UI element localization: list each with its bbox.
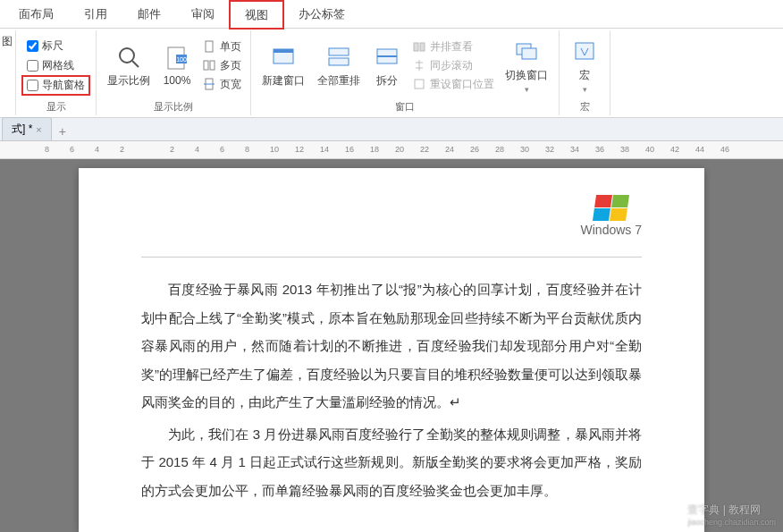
ruler-tick: 12 <box>295 145 304 154</box>
ruler-tick: 2 <box>120 145 124 154</box>
checkbox-gridlines-label: 网格线 <box>42 58 74 73</box>
ruler-tick: 40 <box>645 145 654 154</box>
checkbox-navigation-pane[interactable]: 导航窗格 <box>23 77 88 94</box>
macros-button[interactable]: 宏 ▾ <box>567 36 602 96</box>
multi-page-icon <box>202 58 216 72</box>
split-button[interactable]: 拆分 <box>369 41 405 90</box>
tab-view[interactable]: 视图 <box>230 1 283 29</box>
group-macros-label: 宏 <box>580 98 590 114</box>
tab-review[interactable]: 审阅 <box>176 0 230 28</box>
ruler-tick: 20 <box>395 145 404 154</box>
ruler-tick: 32 <box>545 145 554 154</box>
ruler-tick: 24 <box>445 145 454 154</box>
sync-scroll-icon <box>412 58 426 72</box>
side-by-side-icon <box>412 39 426 54</box>
add-tab-button[interactable]: + <box>52 122 73 140</box>
checkbox-ruler-input[interactable] <box>27 40 38 52</box>
svg-rect-20 <box>522 48 536 59</box>
svg-rect-7 <box>210 61 215 70</box>
ruler-tick: 26 <box>470 145 479 154</box>
arrange-all-button[interactable]: 全部重排 <box>314 41 364 90</box>
ruler-tick: 14 <box>320 145 329 154</box>
group-show: 标尺 网格线 导航窗格 显示 <box>16 30 97 115</box>
svg-point-0 <box>120 48 134 63</box>
svg-rect-6 <box>204 61 208 70</box>
page-body: 百度经验于暴风雨 2013 年初推出了以“报”为核心的回享计划，百度经验并在计划… <box>141 275 642 504</box>
sync-scroll-button: 同步滚动 <box>410 57 496 74</box>
checkbox-ruler-label: 标尺 <box>42 38 63 54</box>
document-tab[interactable]: 式] * × <box>2 117 52 140</box>
windows-logo-text: Windows 7 <box>581 223 642 237</box>
ruler-tick: 46 <box>720 145 729 154</box>
ruler-tick: 16 <box>345 145 354 154</box>
svg-rect-12 <box>329 48 349 55</box>
close-icon[interactable]: × <box>36 124 41 135</box>
chevron-down-icon: ▾ <box>583 85 587 94</box>
chevron-down-icon: ▾ <box>525 85 529 94</box>
checkbox-ruler[interactable]: 标尺 <box>23 38 88 55</box>
ribbon-tabs: 面布局 引用 邮件 审阅 视图 办公标签 <box>0 0 783 29</box>
group-window: 新建窗口 全部重排 拆分 并排查看 同步滚 <box>251 30 560 115</box>
zoom-100-label: 100% <box>164 74 191 87</box>
reset-position-button: 重设窗口位置 <box>410 76 496 93</box>
ruler-tick: 42 <box>670 145 679 154</box>
split-icon <box>373 43 401 72</box>
checkbox-gridlines[interactable]: 网格线 <box>23 57 88 74</box>
ruler-tick: 8 <box>45 145 49 154</box>
page: Windows 7 百度经验于暴风雨 2013 年初推出了以“报”为核心的回享计… <box>79 168 704 532</box>
group-zoom: 显示比例 100 100% 单页 多页 <box>97 30 251 115</box>
ruler-tick: 38 <box>620 145 629 154</box>
zoom-button-label: 显示比例 <box>107 73 150 89</box>
checkbox-gridlines-input[interactable] <box>27 60 38 72</box>
page-width-button[interactable]: 页宽 <box>200 76 243 93</box>
ruler-tick: 22 <box>420 145 429 154</box>
tab-addins[interactable]: 办公标签 <box>283 0 360 28</box>
ruler-tick: 34 <box>570 145 579 154</box>
page-100-icon: 100 <box>163 44 191 72</box>
page-width-icon <box>202 77 216 91</box>
tab-references[interactable]: 引用 <box>69 0 122 28</box>
horizontal-ruler[interactable]: 8642246810121416182022242628303234363840… <box>0 141 783 159</box>
group-zoom-label: 显示比例 <box>154 98 193 114</box>
ruler-tick: 44 <box>695 145 704 154</box>
magnifier-icon <box>114 43 143 72</box>
svg-rect-17 <box>420 43 425 51</box>
ruler-tick: 18 <box>370 145 379 154</box>
arrange-all-icon <box>324 43 353 72</box>
switch-window-button[interactable]: 切换窗口 ▾ <box>501 36 551 96</box>
zoom-100-button[interactable]: 100 100% <box>159 42 195 89</box>
ribbon: 图 标尺 网格线 导航窗格 <box>0 29 783 118</box>
tab-mailings[interactable]: 邮件 <box>122 0 176 28</box>
ruler-tick: 28 <box>495 145 504 154</box>
svg-rect-16 <box>414 43 418 51</box>
checkbox-navigation-pane-input[interactable] <box>27 80 38 91</box>
zoom-button[interactable]: 显示比例 <box>104 41 154 90</box>
ruler-tick: 6 <box>70 145 74 154</box>
tab-page-layout[interactable]: 面布局 <box>4 0 69 28</box>
side-by-side-button: 并排查看 <box>410 38 496 55</box>
ruler-tick: 8 <box>245 145 249 154</box>
one-page-icon <box>202 39 216 54</box>
ruler-tick: 4 <box>95 145 99 154</box>
group-show-label: 显示 <box>46 98 66 114</box>
macros-icon <box>570 38 599 66</box>
paragraph-2: 为此，我们在 3 月份进暴风雨百度经验行了全勤奖的整体规则调整，暴风雨并将于 2… <box>141 420 642 505</box>
multi-page-button[interactable]: 多页 <box>200 57 243 74</box>
windows-logo: Windows 7 <box>581 195 642 237</box>
document-area[interactable]: Windows 7 百度经验于暴风雨 2013 年初推出了以“报”为核心的回享计… <box>0 159 783 532</box>
new-window-button[interactable]: 新建窗口 <box>258 41 308 90</box>
group-window-label: 窗口 <box>395 98 415 114</box>
document-tab-label: 式] * <box>12 122 32 137</box>
document-tabs: 式] * × + <box>0 118 783 141</box>
reset-position-icon <box>412 77 426 91</box>
side-label: 图 <box>0 30 16 115</box>
one-page-button[interactable]: 单页 <box>200 38 243 55</box>
switch-window-icon <box>512 38 541 66</box>
ruler-tick: 6 <box>220 145 224 154</box>
ruler-tick: 36 <box>595 145 604 154</box>
paragraph-1: 百度经验于暴风雨 2013 年初推出了以“报”为核心的回享计划，百度经验并在计划… <box>141 275 642 417</box>
svg-rect-18 <box>415 80 424 89</box>
ruler-tick: 30 <box>520 145 529 154</box>
ruler-tick: 2 <box>170 145 174 154</box>
svg-rect-11 <box>274 49 293 53</box>
